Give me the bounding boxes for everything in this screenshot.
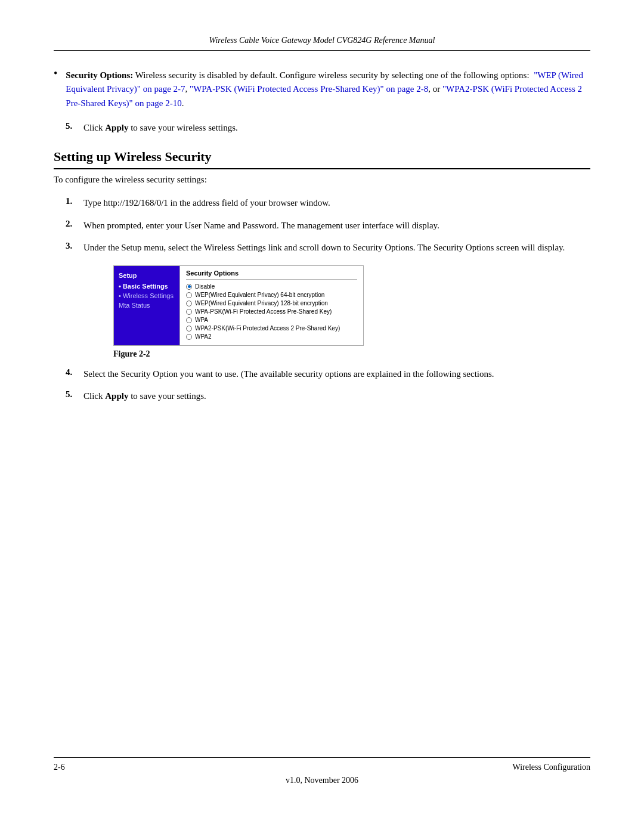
step-1-text: Type http://192/168/0/1 in the address f… xyxy=(83,196,330,210)
radio-wpa-psk: WPA-PSK(Wi-Fi Protected Access Pre-Share… xyxy=(186,308,357,315)
radio-wep128-circle xyxy=(186,301,192,306)
radio-wpa-psk-label: WPA-PSK(Wi-Fi Protected Access Pre-Share… xyxy=(195,308,332,315)
section-heading: Setting up Wireless Security xyxy=(54,149,590,169)
security-options-text: Security Options: Wireless security is d… xyxy=(66,69,590,110)
sidebar-item-wireless-settings: Wireless Settings xyxy=(114,291,179,301)
sidebar-title: Setup xyxy=(114,270,179,281)
radio-disable-circle xyxy=(186,284,192,290)
sidebar-item-basic-settings: Basic Settings xyxy=(114,281,179,291)
security-options-bullet: • Security Options: Wireless security is… xyxy=(54,69,590,110)
footer-row2: v1.0, November 2006 xyxy=(54,776,590,785)
radio-wpa2-circle xyxy=(186,334,192,340)
footer-row1: 2-6 Wireless Configuration xyxy=(54,763,590,772)
radio-wpa-circle xyxy=(186,317,192,323)
footer-version: v1.0, November 2006 xyxy=(286,776,358,785)
step-3-text: Under the Setup menu, select the Wireles… xyxy=(83,241,565,255)
step-4-number: 4. xyxy=(66,367,79,377)
sidebar-item-mta-status: Mta Status xyxy=(114,301,179,310)
step-1: 1. Type http://192/168/0/1 in the addres… xyxy=(54,196,590,210)
step-5a-text: Click Apply to save your wireless settin… xyxy=(83,121,238,135)
step-4-text: Select the Security Option you want to u… xyxy=(83,367,494,381)
bullet-symbol: • xyxy=(54,67,57,80)
wpa-psk-link[interactable]: "WPA-PSK (WiFi Protected Access Pre-Shar… xyxy=(190,84,428,94)
footer-page-number: 2-6 xyxy=(54,763,65,772)
step-4: 4. Select the Security Option you want t… xyxy=(54,367,590,381)
step-5a: 5. Click Apply to save your wireless set… xyxy=(54,121,590,135)
intro-paragraph: To configure the wireless security setti… xyxy=(54,173,590,187)
step-5b: 5. Click Apply to save your settings. xyxy=(54,389,590,403)
screenshot-sidebar: Setup Basic Settings Wireless Settings M… xyxy=(114,266,179,345)
radio-wep64-label: WEP(Wired Equivalent Privacy) 64-bit enc… xyxy=(195,292,324,298)
radio-wep128-label: WEP(Wired Equivalent Privacy) 128-bit en… xyxy=(195,300,328,306)
radio-disable-label: Disable xyxy=(195,283,215,290)
radio-wpa2-label: WPA2 xyxy=(195,333,212,340)
footer-section-name: Wireless Configuration xyxy=(513,763,590,772)
radio-wpa-psk-circle xyxy=(186,309,192,315)
radio-wpa2-psk-circle xyxy=(186,326,192,332)
main-content: • Security Options: Wireless security is… xyxy=(54,57,590,757)
step-2: 2. When prompted, enter your User Name a… xyxy=(54,219,590,233)
page-footer: 2-6 Wireless Configuration v1.0, Novembe… xyxy=(54,757,590,785)
radio-wpa2: WPA2 xyxy=(186,333,357,340)
header-title: Wireless Cable Voice Gateway Model CVG82… xyxy=(209,36,435,45)
step-2-number: 2. xyxy=(66,219,79,229)
security-options-title: Security Options xyxy=(186,270,357,280)
radio-disable: Disable xyxy=(186,283,357,290)
apply-bold-2: Apply xyxy=(105,391,128,401)
figure-label: Figure 2-2 xyxy=(113,349,590,359)
radio-wep64: WEP(Wired Equivalent Privacy) 64-bit enc… xyxy=(186,292,357,298)
step-2-text: When prompted, enter your User Name and … xyxy=(83,219,439,233)
radio-wpa2-psk: WPA2-PSK(Wi-Fi Protected Access 2 Pre-Sh… xyxy=(186,325,357,332)
security-options-label: Security Options: xyxy=(66,70,133,80)
radio-wpa2-psk-label: WPA2-PSK(Wi-Fi Protected Access 2 Pre-Sh… xyxy=(195,325,340,332)
step-3: 3. Under the Setup menu, select the Wire… xyxy=(54,241,590,255)
radio-wep64-circle xyxy=(186,292,192,298)
step-5b-number: 5. xyxy=(66,389,79,400)
radio-wpa-label: WPA xyxy=(195,317,208,323)
step-3-number: 3. xyxy=(66,241,79,251)
security-options-screenshot: Setup Basic Settings Wireless Settings M… xyxy=(113,265,364,346)
apply-bold-1: Apply xyxy=(105,123,128,132)
screenshot-main-panel: Security Options Disable WEP(Wired Equiv… xyxy=(179,266,363,345)
radio-wep128: WEP(Wired Equivalent Privacy) 128-bit en… xyxy=(186,300,357,306)
page-header: Wireless Cable Voice Gateway Model CVG82… xyxy=(54,36,590,51)
step-1-number: 1. xyxy=(66,196,79,206)
bullet-section: • Security Options: Wireless security is… xyxy=(54,69,590,110)
step-5b-text: Click Apply to save your settings. xyxy=(83,389,206,403)
step-5a-number: 5. xyxy=(66,121,79,131)
radio-wpa: WPA xyxy=(186,317,357,323)
page: Wireless Cable Voice Gateway Model CVG82… xyxy=(0,0,644,833)
